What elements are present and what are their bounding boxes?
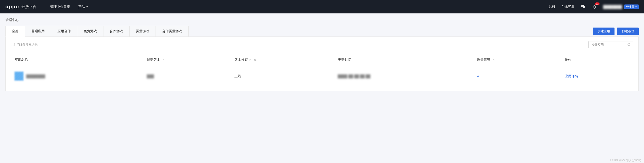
cell-update-time: ████-██-██ ██:██ [334, 66, 474, 86]
svg-point-0 [628, 43, 630, 46]
tab-label: 免费游戏 [84, 29, 97, 33]
wechat-small-icon[interactable] [254, 58, 257, 62]
tab-normal-app[interactable]: 普通应用 [25, 26, 51, 37]
th-app-name: 应用名称 [11, 54, 143, 66]
cell-version-status: 上线 [231, 66, 334, 86]
username: ████████ [603, 5, 622, 9]
tab-label: 合作游戏 [110, 29, 123, 33]
chevron-down-icon [635, 6, 637, 8]
tabs-row: 全部 普通应用 应用合作 免费游戏 合作游戏 买量游戏 合作买量游戏 创建应用 … [5, 26, 639, 37]
chevron-down-icon [86, 6, 88, 8]
th-latest-version: 最新版本 [143, 54, 231, 66]
create-app-button[interactable]: 创建应用 [593, 28, 614, 35]
top-header: oppo 开放平台 管理中心首页 产品 文档 在线客服 71 ████████ [0, 0, 644, 14]
nav-products-label: 产品 [78, 5, 85, 9]
tab-coop-game[interactable]: 合作游戏 [104, 26, 130, 37]
tab-label: 应用合作 [58, 29, 71, 33]
nav-items: 管理中心首页 产品 [50, 5, 88, 9]
help-icon[interactable] [492, 58, 495, 62]
tab-label: 全部 [12, 29, 18, 33]
logo-brand: oppo [5, 4, 19, 10]
th-update-time: 更新时间 [334, 54, 474, 66]
content-card: 共计有3条搜索结果 应用名称 最新版本 [5, 37, 639, 91]
app-icon [14, 72, 24, 81]
tabs: 全部 普通应用 应用合作 免费游戏 合作游戏 买量游戏 合作买量游戏 [5, 26, 188, 37]
role-tag[interactable]: 管理员 [624, 5, 639, 9]
nav-docs[interactable]: 文档 [548, 5, 555, 9]
notification-badge: 71 [595, 3, 600, 5]
app-detail-link[interactable]: 应用详情 [565, 74, 578, 78]
nav-products[interactable]: 产品 [78, 5, 88, 9]
th-quality-level: 质量等级 [473, 54, 561, 66]
tab-app-coop[interactable]: 应用合作 [51, 26, 77, 37]
user-info[interactable]: ████████ 管理员 [603, 5, 639, 9]
th-version-status: 版本状态 [231, 54, 334, 66]
nav-home-label: 管理中心首页 [50, 5, 70, 9]
role-label: 管理员 [626, 5, 634, 9]
cell-action: 应用详情 [561, 66, 633, 86]
apps-table: 应用名称 最新版本 版本状态 更新时间 [11, 54, 633, 86]
action-buttons: 创建应用 创建游戏 [593, 28, 639, 35]
search-box [588, 41, 633, 48]
search-input[interactable] [588, 41, 633, 48]
result-count: 共计有3条搜索结果 [11, 43, 38, 47]
help-icon[interactable] [249, 58, 252, 62]
nav-support[interactable]: 在线客服 [561, 5, 574, 9]
wechat-icon[interactable] [581, 4, 586, 9]
tab-label: 买量游戏 [136, 29, 149, 33]
cell-app-name: ████████ [11, 66, 143, 86]
tab-all[interactable]: 全部 [5, 26, 25, 37]
th-action: 操作 [561, 54, 633, 66]
breadcrumb: 管理中心 [0, 14, 644, 26]
tab-label: 合作买量游戏 [162, 29, 182, 33]
main-content: 全部 普通应用 应用合作 免费游戏 合作游戏 买量游戏 合作买量游戏 创建应用 … [0, 26, 644, 96]
table-row: ████████ ███ 上线 ████-██-██ ██:██ A 应用详情 [11, 66, 633, 86]
header-left: oppo 开放平台 管理中心首页 产品 [5, 4, 88, 10]
tab-buy-game[interactable]: 买量游戏 [130, 26, 156, 37]
search-icon[interactable] [627, 43, 631, 47]
logo-subtitle: 开放平台 [22, 4, 37, 10]
cell-quality-level: A [473, 66, 561, 86]
cell-latest-version: ███ [143, 66, 231, 86]
tab-coop-buy-game[interactable]: 合作买量游戏 [156, 26, 188, 37]
tab-free-game[interactable]: 免费游戏 [77, 26, 104, 37]
filter-row: 共计有3条搜索结果 [11, 41, 633, 48]
tab-label: 普通应用 [31, 29, 45, 33]
notification-bell-icon[interactable]: 71 [592, 4, 597, 9]
header-right: 文档 在线客服 71 ████████ 管理员 [548, 4, 639, 9]
nav-home[interactable]: 管理中心首页 [50, 5, 70, 9]
app-name-text: ████████ [26, 74, 45, 78]
table-header-row: 应用名称 最新版本 版本状态 更新时间 [11, 54, 633, 66]
create-game-button[interactable]: 创建游戏 [617, 28, 639, 35]
svg-line-1 [630, 45, 631, 46]
help-icon[interactable] [162, 58, 165, 62]
logo[interactable]: oppo 开放平台 [5, 4, 37, 10]
